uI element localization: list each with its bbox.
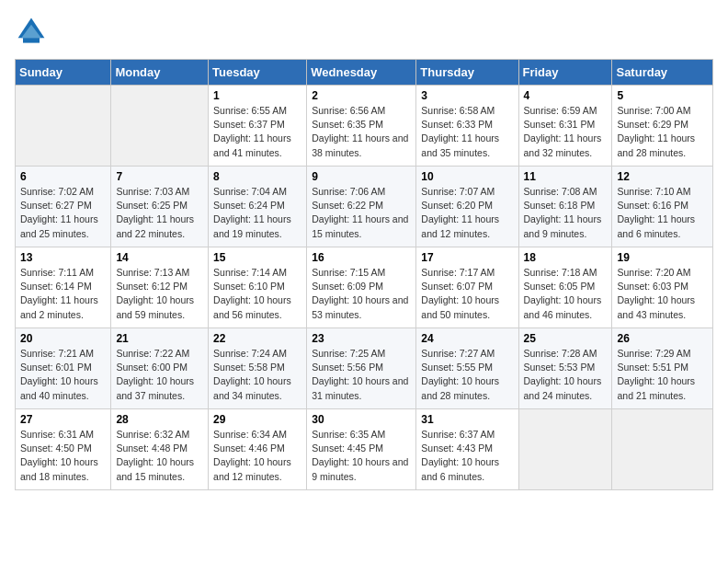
header-sunday: Sunday — [16, 60, 111, 86]
week-row-2: 6Sunrise: 7:02 AM Sunset: 6:27 PM Daylig… — [16, 167, 713, 247]
day-info: Sunrise: 7:27 AM Sunset: 5:55 PM Dayligh… — [421, 347, 513, 403]
calendar-cell: 25Sunrise: 7:28 AM Sunset: 5:53 PM Dayli… — [518, 328, 612, 409]
day-number: 30 — [312, 413, 411, 426]
calendar-cell — [111, 86, 209, 167]
calendar-header-row: SundayMondayTuesdayWednesdayThursdayFrid… — [16, 60, 713, 86]
calendar-cell: 5Sunrise: 7:00 AM Sunset: 6:29 PM Daylig… — [612, 86, 713, 167]
calendar-cell: 27Sunrise: 6:31 AM Sunset: 4:50 PM Dayli… — [16, 409, 111, 490]
header-tuesday: Tuesday — [209, 60, 307, 86]
day-info: Sunrise: 7:17 AM Sunset: 6:07 PM Dayligh… — [421, 266, 513, 322]
calendar-cell — [612, 409, 713, 490]
day-info: Sunrise: 6:34 AM Sunset: 4:46 PM Dayligh… — [213, 428, 301, 484]
day-info: Sunrise: 7:25 AM Sunset: 5:56 PM Dayligh… — [312, 347, 411, 403]
day-number: 8 — [213, 170, 301, 183]
calendar-cell: 18Sunrise: 7:18 AM Sunset: 6:05 PM Dayli… — [518, 247, 612, 328]
day-number: 12 — [617, 170, 708, 183]
header-friday: Friday — [518, 60, 612, 86]
calendar-cell: 4Sunrise: 6:59 AM Sunset: 6:31 PM Daylig… — [518, 86, 612, 167]
calendar-cell: 3Sunrise: 6:58 AM Sunset: 6:33 PM Daylig… — [416, 86, 518, 167]
day-info: Sunrise: 7:11 AM Sunset: 6:14 PM Dayligh… — [20, 266, 106, 322]
day-number: 6 — [20, 170, 106, 183]
day-info: Sunrise: 7:02 AM Sunset: 6:27 PM Dayligh… — [20, 185, 106, 241]
calendar-table: SundayMondayTuesdayWednesdayThursdayFrid… — [15, 59, 713, 490]
calendar-cell: 7Sunrise: 7:03 AM Sunset: 6:25 PM Daylig… — [111, 167, 209, 247]
calendar-cell: 13Sunrise: 7:11 AM Sunset: 6:14 PM Dayli… — [16, 247, 111, 328]
calendar-cell: 31Sunrise: 6:37 AM Sunset: 4:43 PM Dayli… — [416, 409, 518, 490]
day-number: 3 — [421, 89, 513, 102]
header-monday: Monday — [111, 60, 209, 86]
day-number: 16 — [312, 251, 411, 264]
day-number: 19 — [617, 251, 708, 264]
day-info: Sunrise: 6:37 AM Sunset: 4:43 PM Dayligh… — [421, 428, 513, 484]
calendar-cell: 1Sunrise: 6:55 AM Sunset: 6:37 PM Daylig… — [209, 86, 307, 167]
calendar-cell: 8Sunrise: 7:04 AM Sunset: 6:24 PM Daylig… — [209, 167, 307, 247]
day-info: Sunrise: 7:03 AM Sunset: 6:25 PM Dayligh… — [116, 185, 203, 241]
day-info: Sunrise: 6:55 AM Sunset: 6:37 PM Dayligh… — [213, 104, 301, 160]
day-number: 29 — [213, 413, 301, 426]
calendar-cell: 21Sunrise: 7:22 AM Sunset: 6:00 PM Dayli… — [111, 328, 209, 409]
header-saturday: Saturday — [612, 60, 713, 86]
day-info: Sunrise: 7:04 AM Sunset: 6:24 PM Dayligh… — [213, 185, 301, 241]
day-number: 13 — [20, 251, 106, 264]
calendar-cell: 14Sunrise: 7:13 AM Sunset: 6:12 PM Dayli… — [111, 247, 209, 328]
day-number: 23 — [312, 332, 411, 345]
svg-rect-2 — [23, 38, 40, 42]
calendar-cell: 9Sunrise: 7:06 AM Sunset: 6:22 PM Daylig… — [307, 167, 416, 247]
day-number: 10 — [421, 170, 513, 183]
calendar-cell: 24Sunrise: 7:27 AM Sunset: 5:55 PM Dayli… — [416, 328, 518, 409]
week-row-4: 20Sunrise: 7:21 AM Sunset: 6:01 PM Dayli… — [16, 328, 713, 409]
calendar-cell: 28Sunrise: 6:32 AM Sunset: 4:48 PM Dayli… — [111, 409, 209, 490]
calendar-cell: 30Sunrise: 6:35 AM Sunset: 4:45 PM Dayli… — [307, 409, 416, 490]
day-info: Sunrise: 7:24 AM Sunset: 5:58 PM Dayligh… — [213, 347, 301, 403]
day-info: Sunrise: 6:35 AM Sunset: 4:45 PM Dayligh… — [312, 428, 411, 484]
calendar-cell: 19Sunrise: 7:20 AM Sunset: 6:03 PM Dayli… — [612, 247, 713, 328]
day-info: Sunrise: 7:20 AM Sunset: 6:03 PM Dayligh… — [617, 266, 708, 322]
day-info: Sunrise: 7:22 AM Sunset: 6:00 PM Dayligh… — [116, 347, 203, 403]
day-number: 1 — [213, 89, 301, 102]
day-number: 27 — [20, 413, 106, 426]
day-number: 24 — [421, 332, 513, 345]
calendar-cell: 6Sunrise: 7:02 AM Sunset: 6:27 PM Daylig… — [16, 167, 111, 247]
header-wednesday: Wednesday — [307, 60, 416, 86]
calendar-cell: 10Sunrise: 7:07 AM Sunset: 6:20 PM Dayli… — [416, 167, 518, 247]
day-number: 22 — [213, 332, 301, 345]
day-number: 2 — [312, 89, 411, 102]
week-row-5: 27Sunrise: 6:31 AM Sunset: 4:50 PM Dayli… — [16, 409, 713, 490]
day-info: Sunrise: 7:08 AM Sunset: 6:18 PM Dayligh… — [524, 185, 608, 241]
day-info: Sunrise: 7:14 AM Sunset: 6:10 PM Dayligh… — [213, 266, 301, 322]
calendar-cell — [16, 86, 111, 167]
header-thursday: Thursday — [416, 60, 518, 86]
logo-icon — [15, 15, 48, 48]
day-info: Sunrise: 7:28 AM Sunset: 5:53 PM Dayligh… — [524, 347, 608, 403]
day-number: 17 — [421, 251, 513, 264]
day-info: Sunrise: 7:06 AM Sunset: 6:22 PM Dayligh… — [312, 185, 411, 241]
day-number: 21 — [116, 332, 203, 345]
calendar-cell: 12Sunrise: 7:10 AM Sunset: 6:16 PM Dayli… — [612, 167, 713, 247]
calendar-cell: 17Sunrise: 7:17 AM Sunset: 6:07 PM Dayli… — [416, 247, 518, 328]
day-number: 31 — [421, 413, 513, 426]
logo — [15, 15, 53, 48]
day-info: Sunrise: 7:00 AM Sunset: 6:29 PM Dayligh… — [617, 104, 708, 160]
day-info: Sunrise: 7:21 AM Sunset: 6:01 PM Dayligh… — [20, 347, 106, 403]
calendar-cell: 20Sunrise: 7:21 AM Sunset: 6:01 PM Dayli… — [16, 328, 111, 409]
day-number: 4 — [524, 89, 608, 102]
day-info: Sunrise: 7:07 AM Sunset: 6:20 PM Dayligh… — [421, 185, 513, 241]
day-number: 26 — [617, 332, 708, 345]
calendar-cell: 23Sunrise: 7:25 AM Sunset: 5:56 PM Dayli… — [307, 328, 416, 409]
day-number: 11 — [524, 170, 608, 183]
day-info: Sunrise: 6:59 AM Sunset: 6:31 PM Dayligh… — [524, 104, 608, 160]
calendar-cell: 16Sunrise: 7:15 AM Sunset: 6:09 PM Dayli… — [307, 247, 416, 328]
day-number: 28 — [116, 413, 203, 426]
calendar-cell: 26Sunrise: 7:29 AM Sunset: 5:51 PM Dayli… — [612, 328, 713, 409]
day-number: 5 — [617, 89, 708, 102]
day-info: Sunrise: 6:58 AM Sunset: 6:33 PM Dayligh… — [421, 104, 513, 160]
calendar-cell: 15Sunrise: 7:14 AM Sunset: 6:10 PM Dayli… — [209, 247, 307, 328]
day-number: 20 — [20, 332, 106, 345]
day-info: Sunrise: 6:32 AM Sunset: 4:48 PM Dayligh… — [116, 428, 203, 484]
day-number: 9 — [312, 170, 411, 183]
day-info: Sunrise: 7:18 AM Sunset: 6:05 PM Dayligh… — [524, 266, 608, 322]
calendar-cell: 22Sunrise: 7:24 AM Sunset: 5:58 PM Dayli… — [209, 328, 307, 409]
calendar-cell: 29Sunrise: 6:34 AM Sunset: 4:46 PM Dayli… — [209, 409, 307, 490]
day-number: 25 — [524, 332, 608, 345]
day-number: 18 — [524, 251, 608, 264]
